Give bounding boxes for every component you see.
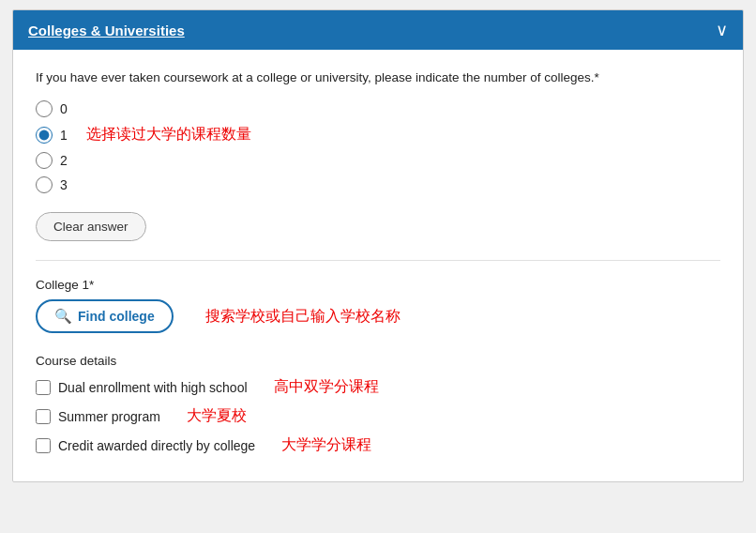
college-1-label: College 1*	[36, 278, 720, 292]
checkbox-row-0: Dual enrollment with high school 高中双学分课程	[36, 377, 720, 397]
checkbox-label-0: Dual enrollment with high school	[58, 380, 248, 395]
find-college-btn-label: Find college	[78, 309, 155, 324]
panel-body: If you have ever taken coursework at a c…	[13, 50, 743, 481]
radio-row-2: 2	[36, 152, 68, 169]
radio-label-3: 3	[60, 177, 68, 192]
radio-row-1: 1	[36, 127, 68, 144]
checkbox-summer-program[interactable]	[36, 409, 51, 424]
find-college-annotation: 搜索学校或自己输入学校名称	[205, 307, 401, 327]
checkbox-0-annotation: 高中双学分课程	[274, 377, 379, 397]
course-details-checkbox-group: Dual enrollment with high school 高中双学分课程…	[36, 377, 720, 455]
radio-3[interactable]	[36, 176, 53, 193]
checkbox-label-2: Credit awarded directly by college	[58, 438, 255, 453]
radio-2[interactable]	[36, 152, 53, 169]
checkbox-row-2: Credit awarded directly by college 大学学分课…	[36, 435, 720, 455]
radio-label-2: 2	[60, 153, 68, 168]
panel-title: Colleges & Universities	[28, 23, 185, 38]
radio-1-annotation: 选择读过大学的课程数量	[86, 125, 251, 145]
search-icon: 🔍	[54, 308, 72, 325]
radio-option-row-1: 1 选择读过大学的课程数量	[36, 125, 720, 145]
panel-header[interactable]: Colleges & Universities ∨	[13, 10, 743, 50]
radio-label-0: 0	[60, 101, 68, 116]
radio-label-1: 1	[60, 128, 68, 143]
course-details-label: Course details	[36, 354, 720, 368]
radio-row-0: 0	[36, 100, 68, 117]
checkbox-label-1: Summer program	[58, 409, 160, 424]
radio-option-row-0: 0	[36, 100, 720, 117]
checkbox-row-1: Summer program 大学夏校	[36, 406, 720, 426]
checkbox-1-annotation: 大学夏校	[187, 406, 247, 426]
checkbox-dual-enrollment[interactable]	[36, 380, 51, 395]
clear-answer-button[interactable]: Clear answer	[36, 212, 146, 241]
chevron-down-icon: ∨	[716, 20, 728, 40]
college-count-radio-group: 0 1 选择读过大学的课程数量 2 3	[36, 100, 720, 193]
radio-option-row-2: 2	[36, 152, 720, 169]
checkbox-2-annotation: 大学学分课程	[281, 435, 371, 455]
find-college-row: 🔍 Find college 搜索学校或自己输入学校名称	[36, 299, 720, 333]
radio-option-row-3: 3	[36, 176, 720, 193]
colleges-panel: Colleges & Universities ∨ If you have ev…	[12, 9, 744, 482]
divider-1	[36, 260, 720, 261]
find-college-button[interactable]: 🔍 Find college	[36, 299, 174, 333]
question-text: If you have ever taken coursework at a c…	[36, 69, 720, 87]
radio-0[interactable]	[36, 100, 53, 117]
radio-row-3: 3	[36, 176, 68, 193]
radio-1[interactable]	[36, 127, 53, 144]
checkbox-credit-awarded[interactable]	[36, 438, 51, 453]
